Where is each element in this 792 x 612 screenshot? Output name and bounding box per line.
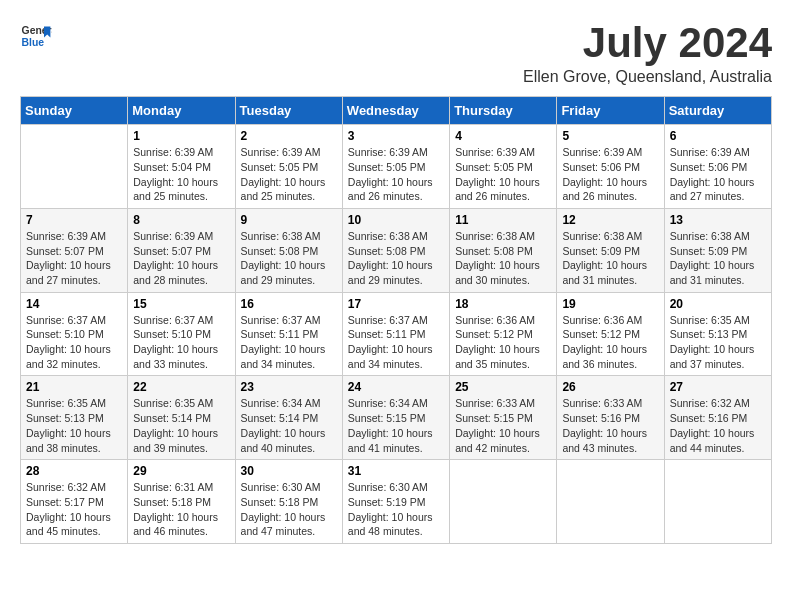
calendar-table: Sunday Monday Tuesday Wednesday Thursday… [20, 96, 772, 544]
day-info: Sunrise: 6:37 AMSunset: 5:10 PMDaylight:… [133, 313, 229, 372]
calendar-cell: 19Sunrise: 6:36 AMSunset: 5:12 PMDayligh… [557, 292, 664, 376]
calendar-cell [450, 460, 557, 544]
day-info: Sunrise: 6:38 AMSunset: 5:08 PMDaylight:… [241, 229, 337, 288]
calendar-cell: 8Sunrise: 6:39 AMSunset: 5:07 PMDaylight… [128, 208, 235, 292]
logo-icon: General Blue [20, 20, 52, 52]
calendar-cell: 23Sunrise: 6:34 AMSunset: 5:14 PMDayligh… [235, 376, 342, 460]
day-number: 16 [241, 297, 337, 311]
day-number: 8 [133, 213, 229, 227]
day-info: Sunrise: 6:37 AMSunset: 5:10 PMDaylight:… [26, 313, 122, 372]
day-info: Sunrise: 6:32 AMSunset: 5:17 PMDaylight:… [26, 480, 122, 539]
col-thursday: Thursday [450, 97, 557, 125]
logo: General Blue [20, 20, 52, 52]
day-info: Sunrise: 6:39 AMSunset: 5:05 PMDaylight:… [241, 145, 337, 204]
calendar-cell: 27Sunrise: 6:32 AMSunset: 5:16 PMDayligh… [664, 376, 771, 460]
day-info: Sunrise: 6:39 AMSunset: 5:06 PMDaylight:… [562, 145, 658, 204]
day-number: 7 [26, 213, 122, 227]
day-number: 21 [26, 380, 122, 394]
month-title: July 2024 [523, 20, 772, 66]
calendar-cell: 10Sunrise: 6:38 AMSunset: 5:08 PMDayligh… [342, 208, 449, 292]
day-number: 22 [133, 380, 229, 394]
day-info: Sunrise: 6:33 AMSunset: 5:15 PMDaylight:… [455, 396, 551, 455]
location: Ellen Grove, Queensland, Australia [523, 68, 772, 86]
calendar-week-2: 7Sunrise: 6:39 AMSunset: 5:07 PMDaylight… [21, 208, 772, 292]
day-number: 31 [348, 464, 444, 478]
col-sunday: Sunday [21, 97, 128, 125]
calendar-cell: 16Sunrise: 6:37 AMSunset: 5:11 PMDayligh… [235, 292, 342, 376]
day-info: Sunrise: 6:35 AMSunset: 5:13 PMDaylight:… [670, 313, 766, 372]
svg-text:Blue: Blue [22, 37, 45, 48]
calendar-cell: 12Sunrise: 6:38 AMSunset: 5:09 PMDayligh… [557, 208, 664, 292]
calendar-cell [557, 460, 664, 544]
day-number: 30 [241, 464, 337, 478]
calendar-cell: 15Sunrise: 6:37 AMSunset: 5:10 PMDayligh… [128, 292, 235, 376]
col-tuesday: Tuesday [235, 97, 342, 125]
day-number: 6 [670, 129, 766, 143]
calendar-cell: 9Sunrise: 6:38 AMSunset: 5:08 PMDaylight… [235, 208, 342, 292]
day-number: 14 [26, 297, 122, 311]
calendar-cell: 4Sunrise: 6:39 AMSunset: 5:05 PMDaylight… [450, 125, 557, 209]
day-number: 11 [455, 213, 551, 227]
calendar-cell: 14Sunrise: 6:37 AMSunset: 5:10 PMDayligh… [21, 292, 128, 376]
day-info: Sunrise: 6:39 AMSunset: 5:07 PMDaylight:… [26, 229, 122, 288]
calendar-cell: 6Sunrise: 6:39 AMSunset: 5:06 PMDaylight… [664, 125, 771, 209]
calendar-week-4: 21Sunrise: 6:35 AMSunset: 5:13 PMDayligh… [21, 376, 772, 460]
calendar-cell: 28Sunrise: 6:32 AMSunset: 5:17 PMDayligh… [21, 460, 128, 544]
calendar-cell: 13Sunrise: 6:38 AMSunset: 5:09 PMDayligh… [664, 208, 771, 292]
calendar-week-1: 1Sunrise: 6:39 AMSunset: 5:04 PMDaylight… [21, 125, 772, 209]
day-number: 23 [241, 380, 337, 394]
day-info: Sunrise: 6:37 AMSunset: 5:11 PMDaylight:… [348, 313, 444, 372]
day-number: 12 [562, 213, 658, 227]
day-number: 18 [455, 297, 551, 311]
day-number: 20 [670, 297, 766, 311]
day-number: 13 [670, 213, 766, 227]
day-number: 1 [133, 129, 229, 143]
calendar-cell: 21Sunrise: 6:35 AMSunset: 5:13 PMDayligh… [21, 376, 128, 460]
calendar-cell: 20Sunrise: 6:35 AMSunset: 5:13 PMDayligh… [664, 292, 771, 376]
day-info: Sunrise: 6:39 AMSunset: 5:05 PMDaylight:… [348, 145, 444, 204]
day-info: Sunrise: 6:31 AMSunset: 5:18 PMDaylight:… [133, 480, 229, 539]
calendar-cell: 1Sunrise: 6:39 AMSunset: 5:04 PMDaylight… [128, 125, 235, 209]
day-number: 26 [562, 380, 658, 394]
day-info: Sunrise: 6:39 AMSunset: 5:04 PMDaylight:… [133, 145, 229, 204]
day-number: 15 [133, 297, 229, 311]
day-number: 25 [455, 380, 551, 394]
calendar-cell: 18Sunrise: 6:36 AMSunset: 5:12 PMDayligh… [450, 292, 557, 376]
day-number: 27 [670, 380, 766, 394]
page-header: General Blue July 2024 Ellen Grove, Quee… [20, 20, 772, 86]
col-monday: Monday [128, 97, 235, 125]
calendar-cell: 22Sunrise: 6:35 AMSunset: 5:14 PMDayligh… [128, 376, 235, 460]
calendar-cell: 30Sunrise: 6:30 AMSunset: 5:18 PMDayligh… [235, 460, 342, 544]
calendar-cell: 31Sunrise: 6:30 AMSunset: 5:19 PMDayligh… [342, 460, 449, 544]
day-info: Sunrise: 6:30 AMSunset: 5:18 PMDaylight:… [241, 480, 337, 539]
day-info: Sunrise: 6:35 AMSunset: 5:13 PMDaylight:… [26, 396, 122, 455]
day-number: 2 [241, 129, 337, 143]
calendar-cell: 25Sunrise: 6:33 AMSunset: 5:15 PMDayligh… [450, 376, 557, 460]
day-info: Sunrise: 6:30 AMSunset: 5:19 PMDaylight:… [348, 480, 444, 539]
calendar-cell: 17Sunrise: 6:37 AMSunset: 5:11 PMDayligh… [342, 292, 449, 376]
day-info: Sunrise: 6:36 AMSunset: 5:12 PMDaylight:… [562, 313, 658, 372]
day-info: Sunrise: 6:35 AMSunset: 5:14 PMDaylight:… [133, 396, 229, 455]
day-number: 28 [26, 464, 122, 478]
calendar-cell: 3Sunrise: 6:39 AMSunset: 5:05 PMDaylight… [342, 125, 449, 209]
calendar-cell: 5Sunrise: 6:39 AMSunset: 5:06 PMDaylight… [557, 125, 664, 209]
day-info: Sunrise: 6:36 AMSunset: 5:12 PMDaylight:… [455, 313, 551, 372]
calendar-cell: 2Sunrise: 6:39 AMSunset: 5:05 PMDaylight… [235, 125, 342, 209]
calendar-cell: 11Sunrise: 6:38 AMSunset: 5:08 PMDayligh… [450, 208, 557, 292]
calendar-header-row: Sunday Monday Tuesday Wednesday Thursday… [21, 97, 772, 125]
day-info: Sunrise: 6:38 AMSunset: 5:09 PMDaylight:… [562, 229, 658, 288]
calendar-cell: 26Sunrise: 6:33 AMSunset: 5:16 PMDayligh… [557, 376, 664, 460]
day-info: Sunrise: 6:39 AMSunset: 5:07 PMDaylight:… [133, 229, 229, 288]
day-info: Sunrise: 6:33 AMSunset: 5:16 PMDaylight:… [562, 396, 658, 455]
day-info: Sunrise: 6:38 AMSunset: 5:09 PMDaylight:… [670, 229, 766, 288]
calendar-week-3: 14Sunrise: 6:37 AMSunset: 5:10 PMDayligh… [21, 292, 772, 376]
day-info: Sunrise: 6:37 AMSunset: 5:11 PMDaylight:… [241, 313, 337, 372]
day-number: 3 [348, 129, 444, 143]
day-info: Sunrise: 6:34 AMSunset: 5:14 PMDaylight:… [241, 396, 337, 455]
day-info: Sunrise: 6:32 AMSunset: 5:16 PMDaylight:… [670, 396, 766, 455]
day-number: 19 [562, 297, 658, 311]
day-number: 9 [241, 213, 337, 227]
calendar-cell: 24Sunrise: 6:34 AMSunset: 5:15 PMDayligh… [342, 376, 449, 460]
day-number: 24 [348, 380, 444, 394]
day-number: 10 [348, 213, 444, 227]
